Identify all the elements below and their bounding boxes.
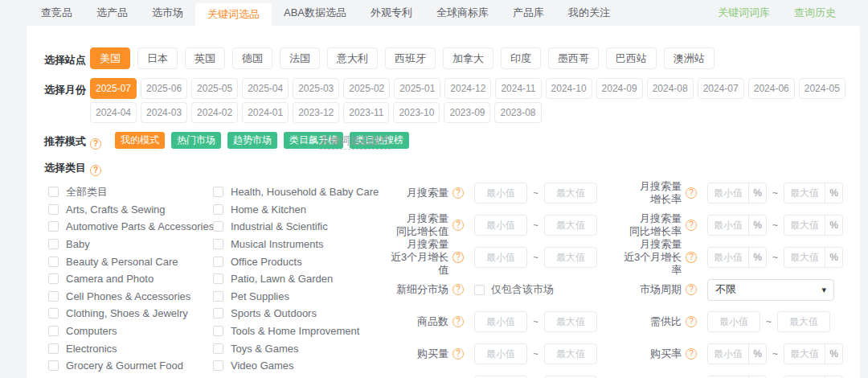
help-icon[interactable] <box>452 187 464 199</box>
max-value-input[interactable] <box>544 215 597 236</box>
category-item[interactable]: Camera and Photo <box>48 270 214 288</box>
help-icon[interactable] <box>686 284 697 295</box>
nav-tab[interactable]: 选市场 <box>140 0 195 26</box>
checkbox[interactable] <box>48 326 59 336</box>
category-item[interactable]: Health, Household & Baby Care <box>213 183 379 201</box>
category-item[interactable]: Grocery & Gourmet Food <box>48 357 214 375</box>
nav-tab[interactable]: 我的关注 <box>556 0 622 26</box>
category-item[interactable]: Toys & Games <box>213 339 379 357</box>
category-item[interactable]: Computers <box>48 323 214 340</box>
checkbox[interactable] <box>48 187 59 197</box>
category-item[interactable]: Home & Kitchen <box>213 201 379 219</box>
site-option-button[interactable]: 日本 <box>137 47 178 69</box>
min-value-input[interactable] <box>707 311 760 332</box>
month-option-button[interactable]: 2025-02 <box>343 78 390 99</box>
month-option-button[interactable]: 2025-04 <box>242 78 289 99</box>
help-icon[interactable] <box>452 220 464 231</box>
category-item[interactable]: Clothing, Shoes & Jewelry <box>48 305 214 323</box>
help-icon[interactable] <box>452 284 464 295</box>
month-option-button[interactable]: 2025-03 <box>293 78 339 99</box>
checkbox[interactable] <box>213 291 223 302</box>
month-option-button[interactable]: 2024-06 <box>748 78 795 99</box>
month-option-button[interactable]: 2023-09 <box>444 102 490 123</box>
checkbox[interactable] <box>213 343 223 354</box>
site-option-button[interactable]: 美国 <box>90 47 130 69</box>
month-option-button[interactable]: 2024-02 <box>191 102 238 123</box>
help-icon[interactable] <box>90 165 101 176</box>
category-item[interactable]: Industrial & Scientific <box>213 218 379 236</box>
checkbox[interactable] <box>213 273 223 284</box>
category-item[interactable]: Video Games <box>213 357 379 375</box>
site-option-button[interactable]: 墨西哥 <box>548 47 599 69</box>
help-icon[interactable] <box>686 316 697 327</box>
site-option-button[interactable]: 印度 <box>501 47 541 69</box>
month-option-button[interactable]: 2023-08 <box>494 102 541 123</box>
min-value-input[interactable] <box>708 216 748 235</box>
month-option-button[interactable]: 2024-05 <box>799 78 845 99</box>
nav-tab[interactable]: 产品库 <box>501 0 556 26</box>
month-option-button[interactable]: 2023-11 <box>343 102 389 123</box>
nav-tab[interactable]: 外观专利 <box>358 0 424 26</box>
category-item[interactable]: Tools & Home Improvement <box>213 323 379 340</box>
checkbox[interactable] <box>213 187 223 197</box>
max-value-input[interactable] <box>784 248 825 267</box>
checkbox[interactable] <box>213 221 223 232</box>
month-option-button[interactable]: 2024-07 <box>698 78 744 99</box>
help-icon[interactable] <box>686 220 697 231</box>
nav-link[interactable]: 关键词词库 <box>718 6 770 20</box>
nav-tab[interactable]: ABA数据选品 <box>272 0 358 26</box>
month-option-button[interactable]: 2024-01 <box>242 102 289 123</box>
month-option-button[interactable]: 2024-11 <box>495 78 541 99</box>
site-option-button[interactable]: 意大利 <box>327 47 378 69</box>
checkbox[interactable] <box>48 204 59 215</box>
mode-button[interactable]: 热门市场 <box>171 132 221 149</box>
checkbox[interactable] <box>48 221 59 232</box>
month-option-button[interactable]: 2025-05 <box>191 78 238 99</box>
help-icon[interactable] <box>686 348 697 360</box>
mode-button[interactable]: 我的模式 <box>115 132 165 149</box>
checkbox[interactable] <box>213 360 223 371</box>
month-option-button[interactable]: 2025-01 <box>394 78 440 99</box>
min-value-input[interactable] <box>708 344 748 364</box>
checkbox[interactable] <box>48 291 59 302</box>
max-value-input[interactable] <box>784 183 825 203</box>
help-icon[interactable] <box>686 187 697 199</box>
checkbox[interactable] <box>213 308 223 318</box>
max-value-input[interactable] <box>544 183 597 203</box>
nav-tab[interactable]: 查竞品 <box>29 0 84 26</box>
category-item[interactable]: Cell Phones & Accessories <box>48 288 214 306</box>
category-item[interactable]: Sports & Outdoors <box>213 305 379 323</box>
help-icon[interactable] <box>90 138 101 150</box>
site-option-button[interactable]: 巴西站 <box>606 47 657 69</box>
checkbox[interactable] <box>48 273 59 284</box>
checkbox[interactable] <box>213 239 223 249</box>
category-item[interactable]: 全部类目 <box>48 183 214 201</box>
month-option-button[interactable]: 2025-06 <box>141 78 187 99</box>
category-item[interactable]: Office Products <box>213 253 379 270</box>
mode-button[interactable]: 趋势市场 <box>227 132 277 149</box>
month-option-button[interactable]: 2024-12 <box>444 78 491 99</box>
checkbox[interactable] <box>213 326 223 336</box>
site-option-button[interactable]: 西班牙 <box>385 47 436 69</box>
min-value-input[interactable] <box>474 343 527 364</box>
max-value-input[interactable] <box>784 216 825 235</box>
nav-tab[interactable]: 全球商标库 <box>424 0 501 26</box>
min-value-input[interactable] <box>474 247 527 268</box>
nav-tab[interactable]: 关键词选品 <box>195 3 272 26</box>
nav-tab[interactable]: 选产品 <box>84 0 140 26</box>
category-item[interactable]: Baby <box>48 236 214 253</box>
month-option-button[interactable]: 2024-04 <box>90 102 137 123</box>
help-icon[interactable] <box>686 252 697 263</box>
checkbox[interactable] <box>48 360 59 371</box>
category-item[interactable]: Musical Instruments <box>213 236 379 253</box>
keyword-tips-link[interactable]: 关键词选品技巧 <box>320 134 391 150</box>
help-icon[interactable] <box>452 316 464 327</box>
checkbox[interactable] <box>213 204 223 215</box>
min-value-input[interactable] <box>708 248 748 267</box>
month-option-button[interactable]: 2024-03 <box>141 102 187 123</box>
max-value-input[interactable] <box>777 311 830 332</box>
month-option-button[interactable]: 2024-09 <box>596 78 643 99</box>
category-item[interactable]: Pet Supplies <box>213 288 379 306</box>
site-option-button[interactable]: 法国 <box>280 47 320 69</box>
month-option-button[interactable]: 2024-08 <box>647 78 694 99</box>
